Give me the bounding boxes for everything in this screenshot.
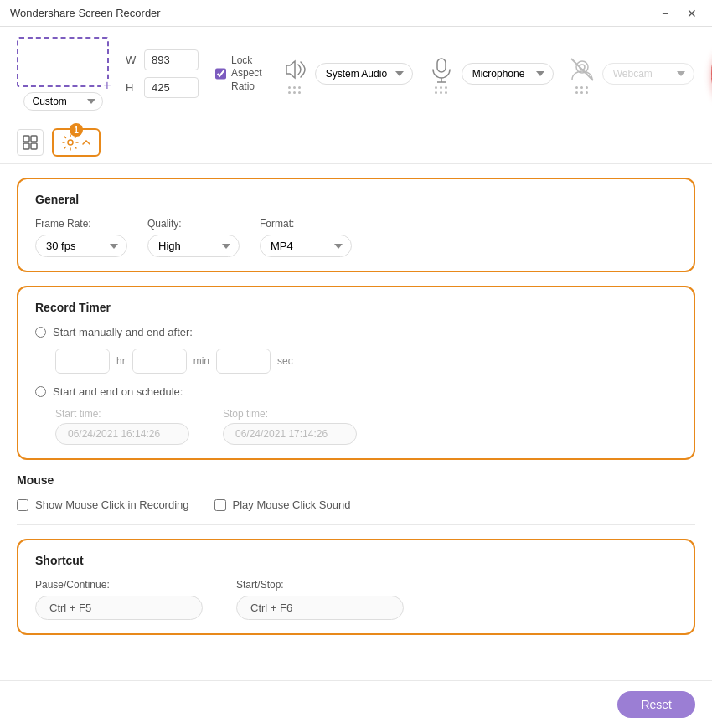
sec-input[interactable] <box>217 351 271 372</box>
width-row: W <box>126 49 199 70</box>
timer-option-1: Start manually and end after: <box>35 326 677 338</box>
hr-spinner: ▲ ▼ <box>55 349 110 374</box>
webcam-icon <box>567 54 597 85</box>
start-time-field: Start time: <box>55 408 189 445</box>
width-input[interactable] <box>144 49 199 70</box>
region-preset-select[interactable]: Custom Full Screen 1920×1080 <box>23 92 103 111</box>
speaker-icon <box>280 54 310 85</box>
settings-badge: 1 <box>70 123 83 137</box>
schedule-row: Start time: Stop time: <box>55 408 677 445</box>
height-label: H <box>126 81 139 94</box>
svg-rect-8 <box>23 143 29 149</box>
svg-rect-6 <box>23 136 29 142</box>
chevron-up-icon <box>82 140 90 145</box>
system-audio-group: System Audio <box>280 54 413 94</box>
bottom-bar: Reset <box>0 680 712 728</box>
microphone-select[interactable]: Microphone <box>462 63 554 85</box>
dimensions: W H <box>126 49 199 98</box>
time-inputs: ▲ ▼ hr ▲ ▼ min ▲ ▼ <box>55 349 677 374</box>
svg-rect-9 <box>31 143 37 149</box>
title-bar: Wondershare Screen Recorder − ✕ <box>0 0 712 27</box>
format-group: Format: MP4 MOV AVI WMV <box>260 218 352 257</box>
region-selector: Custom Full Screen 1920×1080 <box>17 37 109 111</box>
min-input[interactable] <box>133 351 187 372</box>
reset-button[interactable]: Reset <box>617 691 695 718</box>
record-timer-section: Record Timer Start manually and end afte… <box>17 286 695 460</box>
window-controls: − ✕ <box>655 3 702 23</box>
sec-spinner: ▲ ▼ <box>216 349 271 374</box>
lock-aspect-checkbox[interactable] <box>215 68 226 80</box>
lock-aspect-label: Lock Aspect Ratio <box>231 54 263 94</box>
start-time-input[interactable] <box>55 423 189 445</box>
webcam-select[interactable]: Webcam <box>602 63 694 85</box>
height-input[interactable] <box>144 77 199 98</box>
system-audio-select[interactable]: System Audio <box>315 63 413 85</box>
height-row: H <box>126 77 199 98</box>
min-unit: min <box>193 355 209 367</box>
microphone-icon-group <box>426 54 457 94</box>
quality-select[interactable]: High Low Medium <box>147 235 240 257</box>
play-sound-option: Play Mouse Click Sound <box>214 498 351 511</box>
webcam-icon-group <box>567 54 597 94</box>
main-content: Custom Full Screen 1920×1080 W H Lock As… <box>0 27 712 728</box>
play-sound-label: Play Mouse Click Sound <box>233 498 351 511</box>
timer-option-2-label: Start and end on schedule: <box>53 385 183 398</box>
region-preset: Custom Full Screen 1920×1080 <box>23 92 103 111</box>
show-click-checkbox[interactable] <box>17 499 28 511</box>
format-label: Format: <box>260 218 352 230</box>
sec-unit: sec <box>277 355 293 367</box>
svg-rect-7 <box>31 136 37 142</box>
audio-controls: System Audio <box>280 54 694 94</box>
hr-input[interactable] <box>56 351 110 372</box>
quality-group: Quality: High Low Medium <box>147 218 240 257</box>
mouse-title: Mouse <box>17 473 695 487</box>
start-stop-field: Start/Stop: <box>236 579 404 620</box>
region-box[interactable] <box>17 37 109 87</box>
settings-area: General Frame Rate: 30 fps 15 fps 20 fps… <box>0 164 712 680</box>
shortcut-title: Shortcut <box>35 554 677 567</box>
settings-toolbar: 1 <box>0 121 712 164</box>
timer-radio-2[interactable] <box>35 386 46 397</box>
pause-input[interactable] <box>35 596 203 620</box>
shortcut-section: Shortcut Pause/Continue: Start/Stop: <box>17 539 695 635</box>
audio-dots-webcam <box>575 86 588 94</box>
show-click-option: Show Mouse Click in Recording <box>17 498 189 511</box>
frame-rate-group: Frame Rate: 30 fps 15 fps 20 fps 60 fps <box>35 218 127 257</box>
svg-point-10 <box>68 140 73 145</box>
start-stop-input[interactable] <box>236 596 404 620</box>
settings-toggle-button[interactable]: 1 <box>52 128 101 157</box>
start-time-label: Start time: <box>55 408 189 420</box>
microphone-group: Microphone <box>426 54 554 94</box>
layout-icon-button[interactable] <box>17 129 44 156</box>
microphone-icon <box>426 54 457 85</box>
min-spinner: ▲ ▼ <box>132 349 187 374</box>
settings-icon <box>62 134 79 151</box>
play-sound-checkbox[interactable] <box>214 499 226 511</box>
timer-radio-1[interactable] <box>35 327 46 338</box>
frame-rate-label: Frame Rate: <box>35 218 127 230</box>
quality-label: Quality: <box>147 218 240 230</box>
stop-time-field: Stop time: <box>223 408 357 445</box>
mouse-section: Mouse Show Mouse Click in Recording Play… <box>17 473 695 525</box>
general-title: General <box>35 193 677 206</box>
format-select[interactable]: MP4 MOV AVI WMV <box>260 235 352 257</box>
stop-time-input[interactable] <box>223 423 357 445</box>
general-grid: Frame Rate: 30 fps 15 fps 20 fps 60 fps … <box>35 218 677 257</box>
close-button[interactable]: ✕ <box>682 3 702 23</box>
toolbar: Custom Full Screen 1920×1080 W H Lock As… <box>0 27 712 121</box>
minimize-button[interactable]: − <box>655 3 675 23</box>
pause-label: Pause/Continue: <box>35 579 203 591</box>
shortcut-grid: Pause/Continue: Start/Stop: <box>35 579 677 620</box>
stop-time-label: Stop time: <box>223 408 357 420</box>
show-click-label: Show Mouse Click in Recording <box>35 498 189 511</box>
audio-dots-mic <box>435 86 447 94</box>
svg-line-5 <box>571 59 593 80</box>
lock-aspect-container: Lock Aspect Ratio <box>215 54 263 94</box>
pause-field: Pause/Continue: <box>35 579 203 620</box>
hr-unit: hr <box>116 355 126 367</box>
general-section: General Frame Rate: 30 fps 15 fps 20 fps… <box>17 178 695 272</box>
frame-rate-select[interactable]: 30 fps 15 fps 20 fps 60 fps <box>35 235 127 257</box>
timer-option-2: Start and end on schedule: <box>35 385 677 398</box>
svg-rect-0 <box>437 59 446 72</box>
app-title: Wondershare Screen Recorder <box>10 7 655 19</box>
